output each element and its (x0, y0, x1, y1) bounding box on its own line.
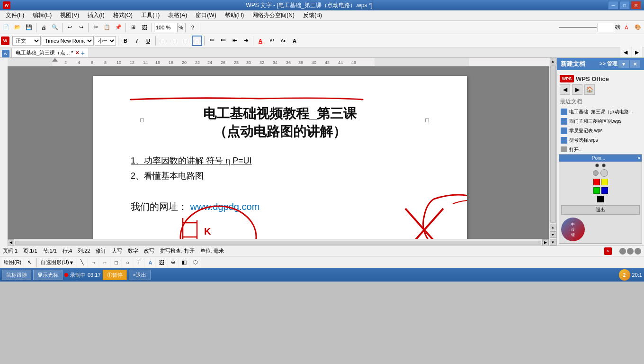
menu-window[interactable]: 窗口(W) (192, 10, 220, 20)
sidebar-recent-item-0[interactable]: 电工基础_第三课（点动电路）.wps (560, 107, 641, 117)
line-tool[interactable]: ╲ (77, 257, 87, 268)
color-swatch-black[interactable] (597, 196, 604, 202)
menu-table[interactable]: 表格(A) (164, 10, 191, 20)
align-left-button[interactable]: ≡ (158, 36, 168, 46)
exit-recording-button[interactable]: ×退出 (129, 270, 151, 280)
new-tab-button[interactable]: W (2, 50, 9, 57)
menu-format[interactable]: 格式(O) (109, 10, 136, 20)
highlight-button[interactable]: 🎨 (633, 22, 643, 33)
new-doc-button[interactable]: 📄 (1, 22, 11, 33)
tab-next-button[interactable]: ▶ (632, 47, 642, 57)
hscroll-right-button[interactable]: ▶ (542, 239, 549, 246)
bold-button[interactable]: B (120, 36, 131, 46)
menu-file[interactable]: 文件(F) (2, 10, 28, 20)
tab-pin-button[interactable]: + (81, 49, 85, 57)
menu-feedback[interactable]: 反馈(B) (299, 10, 326, 20)
strikethrough-button[interactable]: A (289, 36, 300, 46)
superscript-button[interactable]: A² (267, 36, 277, 46)
sidebar-open-button[interactable]: 打开... (560, 145, 641, 152)
vertical-scrollbar[interactable]: ▲ ▲ ▼ ▼ (549, 58, 556, 246)
vscroll-thumb[interactable] (550, 65, 556, 223)
align-center-button[interactable]: ≡ (169, 36, 179, 46)
sidebar-recent-item-3[interactable]: 型号选择.wps (560, 136, 641, 145)
paste-button[interactable]: 📌 (113, 22, 124, 33)
menu-tools[interactable]: 工具(T) (137, 10, 163, 20)
double-arrow-tool[interactable]: ↔ (99, 257, 110, 268)
menu-edit[interactable]: 编辑(E) (29, 10, 55, 20)
hscroll-left-button[interactable]: ◀ (8, 239, 14, 246)
tab-prev-button[interactable]: ◀ (620, 47, 631, 57)
insert-pic-button[interactable]: 🖼 (139, 22, 150, 33)
tab-close-button[interactable]: ✕ (75, 50, 79, 55)
maximize-button[interactable]: □ (619, 1, 630, 9)
menu-network[interactable]: 网络办公空间(N) (249, 10, 298, 20)
sidebar-recent-item-2[interactable]: 学员登记表.wps (560, 126, 641, 136)
point-panel-close[interactable]: ✕ (637, 155, 641, 161)
select-object-button[interactable]: ↖ (24, 257, 35, 268)
document-area[interactable]: 电工基础视频教程_第三课 （点动电路图的讲解） 1、功率因数的讲解 符号 η P… (8, 66, 549, 239)
sidebar-manage-label[interactable]: >> 管理 (599, 60, 617, 68)
sidebar-forward-button[interactable]: ▶ (572, 84, 582, 95)
font-selector[interactable]: Times New Roman (42, 36, 94, 46)
table-button[interactable]: ⊞ (128, 22, 138, 33)
indent-dec-button[interactable]: ⇤ (229, 36, 240, 46)
indent-inc-button[interactable]: ⇥ (241, 36, 251, 46)
sidebar-options-button[interactable]: ▼ (618, 60, 629, 68)
vscroll-page-down-button[interactable]: ▼ (550, 231, 556, 238)
rect-tool[interactable]: □ (111, 257, 121, 268)
sidebar-recent-item-1[interactable]: 西门子和三菱的区别.wps (560, 117, 641, 126)
color-swatch-yellow[interactable] (601, 179, 608, 185)
color-dot-light[interactable] (600, 169, 608, 177)
zoom-input[interactable] (154, 23, 178, 32)
italic-button[interactable]: I (132, 36, 142, 46)
color-swatch-green[interactable] (593, 187, 600, 194)
underline-button[interactable]: U (143, 36, 153, 46)
ellipse-tool[interactable]: ○ (122, 257, 133, 268)
wordart-tool[interactable]: A (145, 257, 155, 268)
diagram-tool[interactable]: ⊕ (168, 257, 178, 268)
help-button[interactable]: ? (188, 22, 198, 33)
color-dot-gray[interactable] (593, 170, 599, 176)
sidebar-back-button[interactable]: ◀ (560, 84, 570, 95)
print-preview-button[interactable]: 🔍 (50, 22, 60, 33)
horizontal-scrollbar[interactable]: ◀ ▶ (8, 239, 549, 246)
menu-view[interactable]: 视图(V) (56, 10, 83, 20)
arrow-tool[interactable]: → (88, 257, 98, 268)
open-button[interactable]: 📂 (12, 22, 23, 33)
vscroll-page-up-button[interactable]: ▲ (550, 224, 556, 230)
color-swatch-blue[interactable] (601, 187, 608, 194)
print-button[interactable]: 🖨 (38, 22, 49, 33)
hscroll-thumb[interactable] (15, 241, 541, 245)
minimize-button[interactable]: ─ (608, 1, 618, 9)
menu-help[interactable]: 帮助(H) (221, 10, 248, 20)
color-dot-small-dark[interactable] (595, 164, 599, 167)
cut-button[interactable]: ✂ (90, 22, 101, 33)
font-color-fmt-button[interactable]: A (255, 36, 266, 46)
align-right-button[interactable]: ≡ (180, 36, 191, 46)
pause-button[interactable]: ①暂停 (103, 270, 127, 280)
close-button[interactable]: ✕ (631, 1, 641, 9)
redo-button[interactable]: ↪ (76, 22, 86, 33)
copy-button[interactable]: 📋 (102, 22, 112, 33)
draw-label-button[interactable]: 绘图(R) (2, 257, 23, 268)
bullets-button[interactable]: ≔ (218, 36, 228, 46)
doc-tab-active[interactable]: 电工基础_第三课（点... * ✕ + (11, 48, 89, 57)
shape-button[interactable]: 自选图形(U)▼ (39, 257, 76, 268)
save-button[interactable]: 💾 (24, 22, 34, 33)
sidebar-home-button[interactable]: 🏠 (584, 84, 595, 95)
subscript-button[interactable]: A₂ (278, 36, 288, 46)
shadow-tool[interactable]: ◧ (179, 257, 189, 268)
vscroll-down-button[interactable]: ▼ (550, 239, 556, 246)
point-panel-exit-button[interactable]: 退出 (561, 205, 640, 215)
undo-button[interactable]: ↩ (64, 22, 75, 33)
menu-insert[interactable]: 插入(I) (84, 10, 108, 20)
sidebar-close-button[interactable]: ✕ (630, 60, 640, 68)
font-color-button[interactable]: A (621, 22, 632, 33)
3d-tool[interactable]: ⬡ (190, 257, 201, 268)
mouse-follow-button[interactable]: 鼠标跟随 (2, 270, 31, 280)
color-swatch-red[interactable] (593, 179, 600, 185)
clipart-tool[interactable]: 🖼 (156, 257, 167, 268)
textbox-tool[interactable]: T (134, 257, 144, 268)
align-justify-button[interactable]: ≡ (192, 36, 202, 46)
color-dot-small-dark2[interactable] (602, 164, 606, 167)
